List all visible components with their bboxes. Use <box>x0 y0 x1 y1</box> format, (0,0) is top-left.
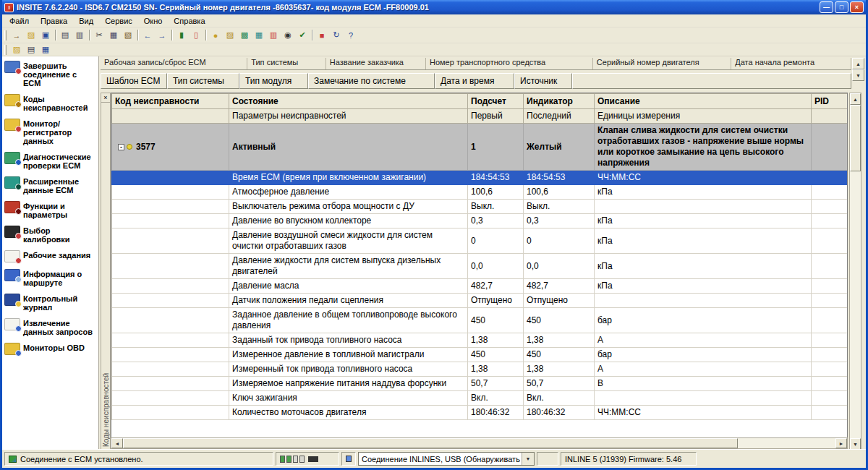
menu-item[interactable]: Правка <box>35 15 73 27</box>
reports-icon[interactable]: ▤ <box>24 43 38 56</box>
open-savefile-icon[interactable]: ▨ <box>24 29 38 42</box>
copy-icon[interactable]: ▦ <box>106 29 121 42</box>
table-row[interactable]: Давление жидкости для систем выпуска диз… <box>112 254 848 279</box>
sidebar-item[interactable]: Выбор калибровки <box>4 226 96 244</box>
redo-icon[interactable]: → <box>155 29 169 42</box>
close-pane-button[interactable]: × <box>101 93 110 103</box>
table-row[interactable]: Давление масла482,7482,7кПа <box>112 279 848 294</box>
column-header[interactable]: Состояние <box>229 94 468 109</box>
ecm-template-column-header[interactable]: Шаблон ECM <box>101 73 167 89</box>
sidebar-item[interactable]: Контрольный журнал <box>4 294 96 312</box>
toolbar-grip[interactable] <box>4 45 7 55</box>
menu-item[interactable]: Окно <box>138 15 169 27</box>
scroll-down-button[interactable]: ▼ <box>850 438 861 449</box>
minimize-button[interactable]: — <box>820 1 833 13</box>
row-units-cell: бар <box>595 308 812 333</box>
table-row[interactable]: Заданный ток привода топливного насоса1,… <box>112 333 848 348</box>
workorder-column-header[interactable]: Номер транспортного средства <box>426 58 593 70</box>
chevron-down-icon[interactable]: ▼ <box>522 453 534 465</box>
expander-icon[interactable]: - <box>118 144 124 150</box>
sidebar-item[interactable]: Коды неисправностей <box>4 94 96 112</box>
stop-icon[interactable]: ■ <box>315 29 329 42</box>
print-preview-icon[interactable]: ▥ <box>72 29 87 42</box>
disconnect-ecm-icon[interactable]: ▯ <box>189 29 203 42</box>
advanced-ecm-data-icon[interactable]: ▦ <box>252 29 266 42</box>
refresh-icon[interactable]: ↻ <box>329 29 344 42</box>
table-row[interactable]: Количество моточасов двигателя180:46:321… <box>112 406 848 420</box>
menu-item[interactable]: Вид <box>73 15 99 27</box>
fault-codes-icon[interactable]: ● <box>208 29 223 42</box>
sidebar-item[interactable]: Монитор/регистратор данных <box>4 119 96 145</box>
table-row[interactable]: Заданное давление в общем топливопроводе… <box>112 308 848 333</box>
sidebar-item[interactable]: Извлечение данных запросов <box>4 318 96 336</box>
ecm-diagnostics-icon[interactable]: ▩ <box>237 29 252 42</box>
menu-item[interactable]: Справка <box>168 15 210 27</box>
calculator-icon[interactable]: ▦ <box>38 43 53 56</box>
workorder-column-header[interactable]: Дата начала ремонта <box>731 58 851 70</box>
horizontal-scroll-thumb[interactable] <box>123 438 738 448</box>
vertical-scroll-thumb[interactable] <box>850 105 861 171</box>
sidebar-item[interactable]: Рабочие задания <box>4 250 96 262</box>
horizontal-scrollbar[interactable]: ◄ ► <box>111 437 848 449</box>
column-header[interactable]: Описание <box>595 94 812 109</box>
column-header[interactable]: PID <box>812 94 848 109</box>
table-row[interactable]: Атмосферное давление100,6100,6кПа <box>112 185 848 200</box>
ecm-template-column-header[interactable]: Источник <box>514 73 572 89</box>
ecm-template-column-header[interactable]: Тип модуля <box>239 73 308 89</box>
fault-row[interactable]: -3577Активный1ЖелтыйКлапан слива жидкост… <box>112 124 848 171</box>
paste-icon[interactable]: ▧ <box>121 29 135 42</box>
ecm-template-column-header[interactable]: Тип системы <box>167 73 239 89</box>
toolbar-grip[interactable] <box>4 30 7 40</box>
sidebar-item[interactable]: Диагностические проверки ECM <box>4 152 96 170</box>
data-monitor-icon[interactable]: ▨ <box>223 29 237 42</box>
workorder-column-header[interactable]: Тип системы <box>247 58 326 70</box>
table-row[interactable]: Датчик положения педали сцепленияОтпущен… <box>112 294 848 308</box>
scroll-up-button[interactable]: ▲ <box>850 93 861 105</box>
save-icon[interactable]: ▣ <box>38 29 53 42</box>
scroll-up-button[interactable]: ▲ <box>852 58 864 69</box>
maximize-button[interactable]: □ <box>835 1 848 13</box>
table-row[interactable]: Измеренное давление в топливной магистра… <box>112 348 848 362</box>
sidebar-item[interactable]: Мониторы OBD <box>4 343 96 355</box>
column-header[interactable]: Индикатор <box>524 94 595 109</box>
table-row[interactable]: Выключатель режима отбора мощности с ДУВ… <box>112 200 848 214</box>
calibration-selection-icon[interactable]: ◉ <box>281 29 295 42</box>
workorder-column-header[interactable]: Серийный номер двигателя <box>593 58 731 70</box>
undo-icon[interactable]: ← <box>140 29 155 42</box>
vertical-scrollbar[interactable]: ▲ ▼ <box>849 93 861 449</box>
table-row[interactable]: Измеренный ток привода топливного насоса… <box>112 362 848 377</box>
sidebar-item[interactable]: Расширенные данные ECM <box>4 176 96 195</box>
column-header[interactable]: Подсчет <box>468 94 524 109</box>
menu-item[interactable]: Файл <box>4 15 35 27</box>
sidebar-item[interactable]: Функции и параметры <box>4 201 96 219</box>
help-icon[interactable]: ? <box>344 29 358 42</box>
table-row[interactable]: Давление воздушной смеси жидкости для си… <box>112 228 848 254</box>
work-orders-icon[interactable]: ✔ <box>295 29 310 42</box>
workorder-column-header[interactable]: Название заказчика <box>326 58 426 70</box>
ecm-template-column-header[interactable]: Дата и время <box>435 73 514 89</box>
data-extraction-icon[interactable]: ▨ <box>9 43 24 56</box>
print-icon[interactable]: ▤ <box>58 29 72 42</box>
scroll-left-button[interactable]: ◄ <box>111 438 123 448</box>
pane-tab-label[interactable]: Коды неисправностей <box>101 103 110 449</box>
scroll-down-button[interactable]: ▼ <box>852 69 864 81</box>
sidebar-item[interactable]: Завершить соединение с ECM <box>4 61 96 87</box>
ecm-template-column-header[interactable]: Замечание по системе <box>308 73 435 89</box>
close-button[interactable]: × <box>850 1 864 13</box>
features-parameters-icon[interactable]: ▥ <box>266 29 281 42</box>
sidebar-item[interactable]: Информация о маршруте <box>4 269 96 287</box>
cut-icon[interactable]: ✂ <box>92 29 106 42</box>
table-row[interactable]: Время ECM (время при включенном зажигани… <box>112 171 848 185</box>
column-header[interactable]: Код неисправности <box>112 94 229 109</box>
menu-item[interactable]: Сервис <box>99 15 138 27</box>
table-row[interactable]: Давление во впускном коллекторе0,30,3кПа <box>112 214 848 228</box>
connection-select[interactable]: Соединение INLINES, USB (Обнаруживать ав… <box>358 452 535 466</box>
exit-workspace-icon[interactable]: → <box>9 29 24 42</box>
subheader-cell: Первый <box>468 109 524 124</box>
scroll-right-button[interactable]: ► <box>835 438 847 448</box>
table-row[interactable]: Ключ зажиганияВкл.Вкл. <box>112 391 848 406</box>
main-area: Завершить соединение с ECMКоды неисправн… <box>2 56 866 449</box>
connect-ecm-icon[interactable]: ▮ <box>174 29 189 42</box>
table-row[interactable]: Измеряемое напряжение питания наддува фо… <box>112 377 848 391</box>
workorder-column-header[interactable]: Рабочая запись/сброс ECM <box>101 58 247 70</box>
